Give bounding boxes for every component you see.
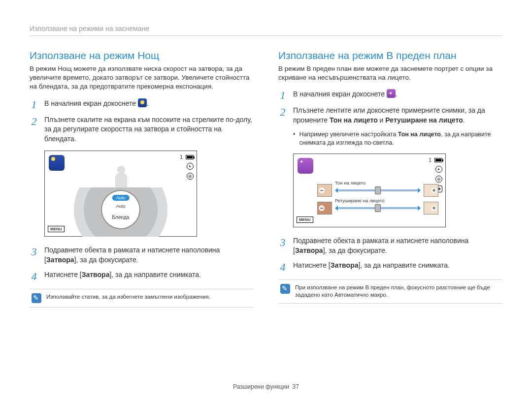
- note-text: При използване на режим В преден план, ф…: [295, 284, 500, 299]
- battery-icon: [434, 158, 442, 162]
- menu-button: MENU: [297, 216, 313, 223]
- step-text: ], за да направите снимката.: [109, 271, 201, 278]
- step-text: В началния екран докоснете: [44, 99, 138, 107]
- param-strong: Тон на лицето: [330, 116, 378, 124]
- step-4-right: 4 Натиснете [Затвора], за да направите с…: [278, 261, 502, 273]
- sample-thumb-smooth: +: [424, 202, 438, 215]
- globe-icon: ⊕: [435, 176, 442, 183]
- status-icons: 1 ▸ ⊕: [180, 154, 194, 180]
- menu-button: MENU: [48, 226, 65, 232]
- night-mode-icon: [138, 98, 147, 107]
- sub-text: Например увеличете настройката: [299, 131, 398, 138]
- slider-knob: [375, 186, 381, 194]
- intro-night: В режим Нощ можете да използвате ниска с…: [30, 64, 254, 92]
- breadcrumb: Използване на режими на заснемане: [30, 25, 502, 36]
- footer-label: Разширени функции: [233, 383, 289, 390]
- step-4-left: 4 Натиснете [Затвора], за да направите с…: [30, 270, 254, 282]
- playback-icon: ▸: [187, 163, 194, 170]
- note-text: Използвайте статив, за да избегнете замъ…: [46, 293, 210, 301]
- step-text: Натиснете [: [44, 271, 82, 278]
- slider-knob: [375, 204, 381, 212]
- face-tone-slider: − Тон на лицето +: [317, 184, 438, 197]
- slider-label: Тон на лицето: [335, 180, 366, 185]
- step-1-right: 1 В началния екран докоснете .: [278, 89, 502, 101]
- note-icon: [280, 284, 290, 294]
- globe-icon: ⊕: [187, 173, 194, 180]
- exposure-dial: Auto Auto Бленда: [74, 187, 167, 237]
- slider-label: Ретуширане на лицето: [335, 198, 385, 203]
- step-number: 1: [278, 89, 287, 101]
- footer-page-number: 37: [293, 383, 299, 390]
- step-text: и: [378, 116, 386, 124]
- shot-count: 1: [180, 154, 183, 160]
- step-number: 2: [278, 106, 287, 125]
- section-title-night: Използване на режим Нощ: [30, 50, 254, 62]
- section-night-mode: Използване на режим Нощ В режим Нощ може…: [30, 50, 254, 308]
- note-box-right: При използване на режим В преден план, ф…: [278, 279, 502, 304]
- arrow-right-icon: [418, 206, 421, 211]
- param-strong: Ретуширане на лицето: [385, 116, 463, 124]
- step-number: 1: [30, 98, 38, 110]
- step-number: 2: [30, 115, 38, 144]
- step-text: ], за да фокусирате.: [323, 247, 387, 254]
- step-text: ], за да фокусирате.: [74, 256, 138, 264]
- page-footer: Разширени функции 37: [0, 383, 532, 390]
- note-box-left: Използвайте статив, за да избегнете замъ…: [30, 289, 254, 308]
- note-icon: [32, 293, 41, 303]
- face-retouch-slider: − Ретуширане на лицето +: [317, 201, 438, 215]
- slider-track: Тон на лицето: [335, 187, 421, 194]
- section-title-beauty: Използване на режим В преден план: [278, 50, 502, 62]
- shutter-strong: Затвора: [46, 256, 74, 264]
- playback-icon: ▸: [435, 166, 442, 173]
- shot-count: 1: [429, 157, 432, 163]
- battery-icon: [186, 155, 194, 159]
- step-text-post: .: [396, 90, 398, 98]
- mode-badge-night-icon: [49, 155, 65, 171]
- sub-bullet: Например увеличете настройката Тон на ли…: [293, 130, 502, 147]
- beauty-mode-icon: [387, 89, 396, 98]
- step-2-right: 2 Плъзнете лентите или докоснете примерн…: [278, 106, 502, 125]
- step-text: Натиснете [: [293, 261, 331, 269]
- mode-badge-beauty-icon: [298, 158, 313, 174]
- step-2-left: 2 Плъзнете скалите на екрана към посокит…: [30, 115, 254, 144]
- step-number: 3: [30, 246, 38, 265]
- dial-auto-badge: Auto: [112, 195, 130, 201]
- step-text-post: .: [147, 99, 149, 107]
- step-3-right: 3 Подравнете обекта в рамката и натиснет…: [278, 236, 502, 255]
- shutter-strong: Затвора: [295, 247, 323, 254]
- sample-thumb-rough: −: [317, 202, 332, 215]
- aperture-label: Бленда: [112, 215, 130, 220]
- step-number: 3: [278, 236, 287, 255]
- step-text: Плъзнете скалите на екрана към посоките …: [44, 115, 254, 144]
- step-1-left: 1 В началния екран докоснете .: [30, 98, 254, 110]
- section-beauty-mode: Използване на режим В преден план В режи…: [278, 50, 502, 308]
- shutter-strong: Затвора: [82, 271, 110, 278]
- camera-preview-beauty: 1 ▸ ⊕ ◉ − Тон на лицето: [293, 154, 446, 227]
- step-text: В началния екран докоснете: [293, 90, 387, 98]
- camera-preview-night: 1 ▸ ⊕ Скорост на затвора Auto Auto Бленд…: [44, 151, 197, 237]
- step-text: ], за да направите снимката.: [358, 261, 450, 269]
- param-strong: Тон на лицето: [398, 131, 441, 138]
- slider-track: Ретуширане на лицето: [335, 205, 421, 212]
- step-number: 4: [30, 270, 38, 282]
- arrow-right-icon: [418, 188, 421, 193]
- sample-thumb-light: +: [424, 184, 438, 197]
- dial-auto-text: Auto: [116, 204, 126, 209]
- sample-thumb-dark: −: [317, 184, 332, 197]
- step-text: .: [463, 116, 465, 124]
- step-3-left: 3 Подравнете обекта в рамката и натиснет…: [30, 246, 254, 265]
- shutter-strong: Затвора: [331, 261, 359, 269]
- intro-beauty: В режим В преден план вие можете да засн…: [278, 64, 502, 82]
- step-number: 4: [278, 261, 287, 273]
